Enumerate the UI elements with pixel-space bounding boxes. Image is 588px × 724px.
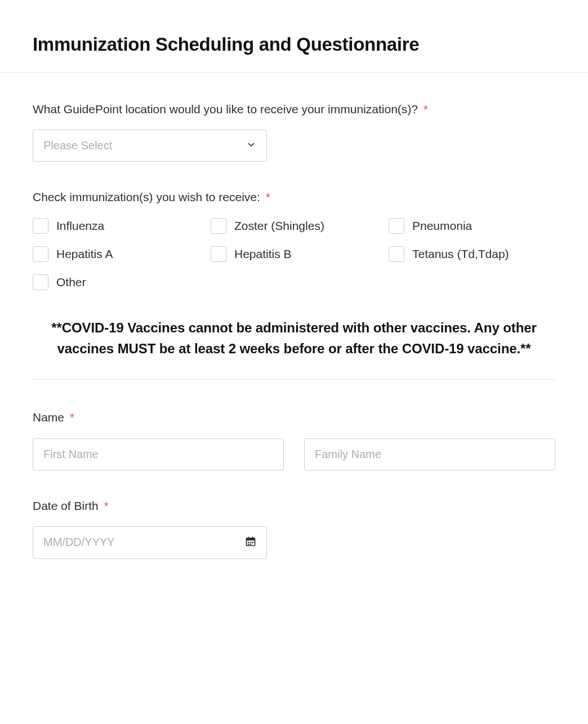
- location-group: What GuidePoint location would you like …: [33, 101, 555, 162]
- immunizations-label: Check immunization(s) you wish to receiv…: [33, 189, 555, 205]
- location-label-text: What GuidePoint location would you like …: [33, 103, 418, 116]
- svg-rect-5: [250, 542, 252, 543]
- immunizations-group: Check immunization(s) you wish to receiv…: [33, 189, 555, 290]
- checkbox-label: Other: [56, 276, 86, 289]
- checkbox-box: [389, 246, 404, 262]
- svg-rect-6: [252, 542, 254, 543]
- checkbox-tetanus[interactable]: Tetanus (Td,Tdap): [389, 246, 555, 262]
- svg-rect-4: [248, 542, 250, 543]
- checkbox-label: Hepatitis A: [56, 247, 113, 261]
- dob-input-wrapper[interactable]: [33, 526, 267, 559]
- checkbox-box: [389, 218, 404, 234]
- checkbox-box: [211, 246, 226, 262]
- family-name-input[interactable]: [304, 438, 555, 470]
- required-mark: *: [70, 411, 74, 424]
- page-title: Immunization Scheduling and Questionnair…: [33, 34, 555, 55]
- immunizations-options: Influenza Zoster (Shingles) Pneumonia He…: [33, 218, 555, 290]
- form-body: What GuidePoint location would you like …: [0, 73, 588, 614]
- checkbox-box: [33, 218, 48, 234]
- covid-notice: **COVID-19 Vaccines cannot be administer…: [33, 317, 555, 380]
- location-select-placeholder: Please Select: [43, 139, 112, 152]
- svg-rect-8: [250, 544, 252, 545]
- svg-rect-1: [247, 538, 255, 540]
- name-group: Name *: [33, 409, 555, 470]
- covid-notice-text: **COVID-19 Vaccines cannot be administer…: [37, 317, 551, 359]
- required-mark: *: [424, 103, 428, 116]
- svg-rect-3: [252, 537, 253, 539]
- first-name-input[interactable]: [33, 438, 284, 470]
- checkbox-box: [33, 246, 48, 262]
- dob-label-text: Date of Birth: [33, 499, 99, 512]
- name-inputs: [33, 438, 555, 470]
- checkbox-hepatitis-a[interactable]: Hepatitis A: [33, 246, 199, 262]
- immunizations-label-text: Check immunization(s) you wish to receiv…: [33, 190, 260, 203]
- location-label: What GuidePoint location would you like …: [33, 101, 555, 117]
- checkbox-influenza[interactable]: Influenza: [33, 218, 199, 234]
- checkbox-zoster[interactable]: Zoster (Shingles): [211, 218, 377, 234]
- svg-rect-2: [248, 537, 250, 539]
- calendar-icon: [245, 536, 256, 549]
- checkbox-box: [33, 274, 48, 290]
- required-mark: *: [104, 499, 109, 512]
- dob-group: Date of Birth *: [33, 498, 555, 559]
- checkbox-label: Hepatitis B: [234, 247, 292, 261]
- svg-rect-7: [248, 544, 250, 545]
- dob-row: [33, 526, 555, 559]
- personal-info-section: Name * Date of Birth *: [33, 380, 555, 559]
- checkbox-label: Zoster (Shingles): [234, 219, 324, 233]
- checkbox-label: Influenza: [56, 219, 104, 233]
- name-label-text: Name: [33, 411, 64, 424]
- chevron-down-icon: [246, 140, 256, 152]
- form-header: Immunization Scheduling and Questionnair…: [0, 0, 588, 73]
- checkbox-other[interactable]: Other: [33, 274, 199, 290]
- checkbox-label: Pneumonia: [412, 219, 472, 233]
- dob-input[interactable]: [43, 536, 245, 549]
- location-select[interactable]: Please Select: [33, 130, 267, 162]
- checkbox-box: [211, 218, 226, 234]
- dob-label: Date of Birth *: [33, 498, 555, 514]
- checkbox-pneumonia[interactable]: Pneumonia: [389, 218, 555, 234]
- required-mark: *: [266, 190, 270, 203]
- name-label: Name *: [33, 409, 555, 425]
- checkbox-hepatitis-b[interactable]: Hepatitis B: [211, 246, 377, 262]
- checkbox-label: Tetanus (Td,Tdap): [412, 247, 509, 261]
